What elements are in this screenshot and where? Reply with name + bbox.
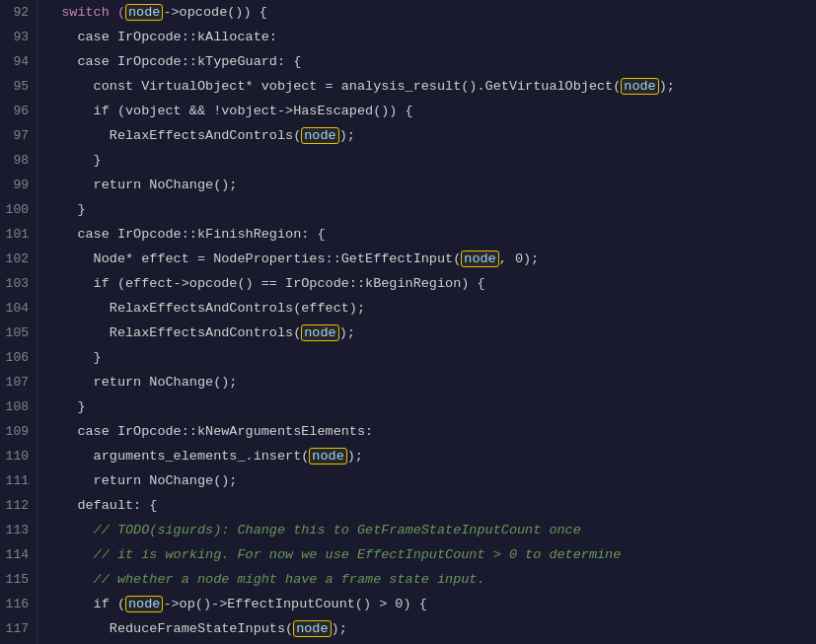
code-line: } bbox=[45, 394, 816, 419]
line-number: 116 bbox=[4, 592, 29, 616]
code-token: if (vobject && !vobject->HasEscaped()) { bbox=[45, 104, 413, 118]
code-container: 9293949596979899100101102103104105106107… bbox=[0, 0, 816, 644]
code-token: case IrOpcode::kTypeGuard: { bbox=[45, 54, 301, 69]
line-numbers: 9293949596979899100101102103104105106107… bbox=[0, 0, 37, 644]
code-token: // it is working. For now we use EffectI… bbox=[45, 547, 621, 562]
node-highlight: node bbox=[125, 596, 163, 612]
node-highlight: node bbox=[621, 78, 658, 95]
line-number: 109 bbox=[4, 419, 29, 444]
code-token: default: { bbox=[45, 498, 157, 513]
code-line: arguments_elements_.insert(node); bbox=[45, 444, 816, 468]
node-highlight: node bbox=[301, 127, 338, 144]
code-token: ); bbox=[659, 79, 675, 94]
code-line: case IrOpcode::kFinishRegion: { bbox=[45, 222, 816, 247]
node-highlight: node bbox=[309, 448, 346, 465]
code-token: ); bbox=[347, 449, 363, 464]
code-token: RelaxEffectsAndControls(effect); bbox=[45, 301, 365, 316]
line-number: 114 bbox=[4, 542, 29, 567]
node-highlight: node bbox=[301, 324, 338, 341]
code-line: if (effect->opcode() == IrOpcode::kBegin… bbox=[45, 271, 816, 296]
line-number: 96 bbox=[4, 99, 29, 123]
line-number: 95 bbox=[4, 74, 29, 99]
code-line: } bbox=[45, 345, 816, 370]
code-token: return NoChange(); bbox=[45, 473, 237, 488]
line-number: 98 bbox=[4, 148, 29, 173]
line-number: 104 bbox=[4, 296, 29, 321]
code-line: case IrOpcode::kTypeGuard: { bbox=[45, 49, 816, 74]
code-token: ); bbox=[339, 325, 355, 340]
code-token: Node* effect = NodeProperties::GetEffect… bbox=[45, 251, 461, 266]
line-number: 107 bbox=[4, 370, 29, 394]
line-number: 110 bbox=[4, 444, 29, 468]
line-number: 112 bbox=[4, 493, 29, 518]
line-number: 105 bbox=[4, 321, 29, 345]
code-token: const VirtualObject* vobject = analysis_… bbox=[45, 79, 621, 94]
code-token: case IrOpcode::kFinishRegion: { bbox=[45, 227, 326, 242]
code-line: switch (node->opcode()) { bbox=[45, 0, 816, 25]
code-token: ReduceFrameStateInputs( bbox=[45, 621, 293, 636]
code-line: // it is working. For now we use EffectI… bbox=[45, 542, 816, 567]
line-number: 108 bbox=[4, 394, 29, 419]
code-token: case IrOpcode::kNewArgumentsElements: bbox=[45, 424, 373, 439]
code-line: const VirtualObject* vobject = analysis_… bbox=[45, 74, 816, 99]
code-line: return NoChange(); bbox=[45, 468, 816, 493]
code-line: } bbox=[45, 197, 816, 222]
code-token: return NoChange(); bbox=[45, 375, 237, 390]
code-line: } bbox=[45, 148, 816, 173]
code-token: // TODO(sigurds): Change this to GetFram… bbox=[45, 523, 581, 537]
line-number: 99 bbox=[4, 173, 29, 197]
code-token: ->op()->EffectInputCount() > 0) { bbox=[163, 597, 426, 611]
code-token: arguments_elements_.insert( bbox=[45, 449, 309, 464]
node-highlight: node bbox=[293, 620, 331, 637]
code-line: Node* effect = NodeProperties::GetEffect… bbox=[45, 247, 816, 271]
code-token: if (effect->opcode() == IrOpcode::kBegin… bbox=[45, 276, 485, 291]
code-token: if ( bbox=[45, 597, 125, 611]
code-token: ->opcode()) { bbox=[163, 5, 266, 20]
code-token: // whether a node might have a frame sta… bbox=[45, 572, 485, 587]
code-line: case IrOpcode::kAllocate: bbox=[45, 25, 816, 49]
code-token: } bbox=[45, 202, 86, 217]
code-line: RelaxEffectsAndControls(node); bbox=[45, 123, 816, 148]
line-number: 101 bbox=[4, 222, 29, 247]
line-number: 97 bbox=[4, 123, 29, 148]
code-token: case IrOpcode::kAllocate: bbox=[45, 30, 277, 44]
code-line: return NoChange(); bbox=[45, 370, 816, 394]
line-number: 94 bbox=[4, 49, 29, 74]
line-number: 102 bbox=[4, 247, 29, 271]
code-token: RelaxEffectsAndControls( bbox=[45, 325, 301, 340]
code-token: , 0); bbox=[499, 251, 540, 266]
code-line: case IrOpcode::kNewArgumentsElements: bbox=[45, 419, 816, 444]
code-line: return NoChange(); bbox=[45, 173, 816, 197]
code-line: RelaxEffectsAndControls(node); bbox=[45, 321, 816, 345]
code-token: ); bbox=[339, 128, 355, 143]
code-token: } bbox=[45, 153, 102, 168]
line-number: 93 bbox=[4, 25, 29, 49]
code-token: return NoChange(); bbox=[45, 178, 237, 192]
code-line: ReduceFrameStateInputs(node); bbox=[45, 616, 816, 641]
code-token: RelaxEffectsAndControls( bbox=[45, 128, 301, 143]
line-number: 106 bbox=[4, 345, 29, 370]
code-line: default: { bbox=[45, 493, 816, 518]
line-number: 103 bbox=[4, 271, 29, 296]
code-line: if (node->op()->EffectInputCount() > 0) … bbox=[45, 592, 816, 616]
code-token: ); bbox=[332, 621, 347, 636]
line-number: 117 bbox=[4, 616, 29, 641]
code-token: switch ( bbox=[45, 5, 125, 20]
line-number: 113 bbox=[4, 518, 29, 542]
code-token: } bbox=[45, 399, 86, 414]
line-number: 111 bbox=[4, 468, 29, 493]
code-line: if (vobject && !vobject->HasEscaped()) { bbox=[45, 99, 816, 123]
line-number: 115 bbox=[4, 567, 29, 592]
node-highlight: node bbox=[125, 4, 163, 21]
code-token: } bbox=[45, 350, 102, 365]
code-line: RelaxEffectsAndControls(effect); bbox=[45, 296, 816, 321]
line-number: 92 bbox=[4, 0, 29, 25]
code-line: // TODO(sigurds): Change this to GetFram… bbox=[45, 518, 816, 542]
code-area[interactable]: switch (node->opcode()) { case IrOpcode:… bbox=[37, 0, 816, 644]
node-highlight: node bbox=[461, 250, 498, 267]
line-number: 100 bbox=[4, 197, 29, 222]
code-line: // whether a node might have a frame sta… bbox=[45, 567, 816, 592]
